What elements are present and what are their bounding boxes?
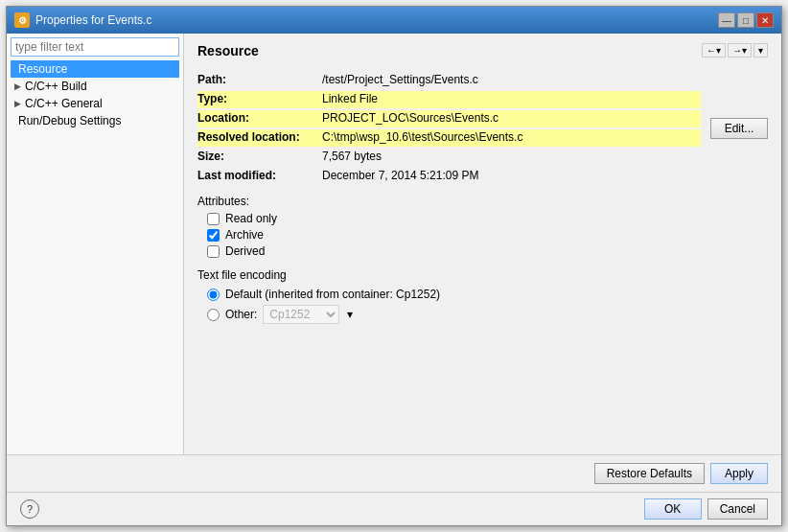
sidebar-item-label: Run/Debug Settings — [18, 114, 121, 127]
modified-row: Last modified: December 7, 2014 5:21:09 … — [197, 168, 701, 185]
nav-forward-button[interactable]: →▾ — [728, 43, 752, 58]
type-row: Type: Linked File — [197, 91, 701, 108]
modified-label: Last modified: — [197, 168, 322, 182]
type-label: Type: — [197, 91, 322, 105]
ok-button[interactable]: OK — [644, 498, 702, 520]
default-encoding-row: Default (inherited from container: Cp125… — [207, 288, 768, 301]
window-title: Properties for Events.c — [35, 13, 151, 27]
sidebar-item-cpp-general[interactable]: ▶ C/C++ General — [11, 95, 179, 112]
title-buttons: — □ ✕ — [718, 12, 774, 28]
other-encoding-row: Other: Cp1252 ▾ — [207, 305, 768, 324]
sidebar-item-run-debug[interactable]: Run/Debug Settings — [11, 112, 179, 129]
title-bar-left: ⚙ Properties for Events.c — [14, 12, 151, 28]
nav-menu-button[interactable]: ▾ — [753, 43, 768, 58]
size-label: Size: — [197, 149, 322, 163]
location-row: Location: PROJECT_LOC\Sources\Events.c — [197, 110, 701, 127]
main-panel: Resource ←▾ →▾ ▾ Path: /test/Project_Set… — [184, 34, 781, 454]
edit-button[interactable]: Edit... — [710, 118, 768, 139]
path-value: /test/Project_Settings/Events.c — [322, 72, 701, 86]
arrow-icon: ▶ — [14, 81, 21, 91]
footer-bar: ? OK Cancel — [7, 492, 781, 525]
encoding-select[interactable]: Cp1252 — [263, 305, 339, 324]
main-window: ⚙ Properties for Events.c — □ ✕ Resource… — [6, 6, 782, 526]
resolved-row: Resolved location: C:\tmp\wsp_10.6\test\… — [197, 129, 701, 147]
location-label: Location: — [197, 110, 322, 125]
type-value: Linked File — [322, 91, 701, 105]
arrow-icon: ▶ — [14, 99, 21, 108]
bottom-buttons: Restore Defaults Apply — [7, 454, 781, 492]
readonly-checkbox[interactable] — [207, 213, 220, 225]
help-icon[interactable]: ? — [20, 499, 39, 519]
window-icon: ⚙ — [14, 12, 30, 28]
filter-input[interactable] — [11, 37, 179, 57]
encoding-section: Text file encoding Default (inherited fr… — [197, 268, 768, 324]
derived-row: Derived — [207, 244, 768, 258]
title-bar: ⚙ Properties for Events.c — □ ✕ — [7, 7, 781, 34]
sidebar-item-label: Resource — [18, 62, 67, 76]
restore-defaults-button[interactable]: Restore Defaults — [594, 463, 705, 484]
attributes-title: Attributes: — [197, 195, 768, 208]
dropdown-arrow-icon: ▾ — [347, 308, 353, 321]
derived-label: Derived — [225, 244, 265, 258]
nav-back-button[interactable]: ←▾ — [702, 43, 726, 58]
path-label: Path: — [197, 72, 322, 86]
modified-value: December 7, 2014 5:21:09 PM — [322, 168, 701, 182]
sidebar: Resource ▶ C/C++ Build ▶ C/C++ General R… — [7, 34, 184, 454]
sidebar-item-label: C/C++ General — [25, 97, 103, 110]
encoding-title: Text file encoding — [197, 268, 768, 282]
edit-button-container: Edit... — [710, 118, 768, 139]
sidebar-item-label: C/C++ Build — [25, 80, 87, 93]
panel-title: Resource — [197, 43, 259, 58]
readonly-label: Read only — [225, 212, 277, 225]
content-area: Resource ▶ C/C++ Build ▶ C/C++ General R… — [7, 34, 781, 454]
cancel-button[interactable]: Cancel — [707, 498, 768, 520]
archive-label: Archive — [225, 228, 264, 242]
other-encoding-label: Other: — [225, 308, 257, 321]
attributes-section: Attributes: Read only Archive Derived — [197, 195, 768, 261]
archive-row: Archive — [207, 228, 768, 242]
location-value: PROJECT_LOC\Sources\Events.c — [322, 110, 701, 125]
apply-button[interactable]: Apply — [710, 463, 768, 484]
footer-buttons: OK Cancel — [644, 498, 768, 520]
info-block: Path: /test/Project_Settings/Events.c Ty… — [197, 72, 701, 187]
resolved-value: C:\tmp\wsp_10.6\test\Sources\Events.c — [322, 129, 701, 144]
path-row: Path: /test/Project_Settings/Events.c — [197, 72, 701, 89]
sidebar-item-cpp-build[interactable]: ▶ C/C++ Build — [11, 78, 179, 95]
size-row: Size: 7,567 bytes — [197, 149, 701, 166]
info-and-edit: Path: /test/Project_Settings/Events.c Ty… — [197, 72, 768, 187]
minimize-button[interactable]: — — [718, 12, 735, 28]
default-encoding-label: Default (inherited from container: Cp125… — [225, 288, 440, 301]
resolved-label: Resolved location: — [197, 129, 322, 144]
size-value: 7,567 bytes — [322, 149, 701, 163]
close-button[interactable]: ✕ — [756, 12, 774, 28]
other-encoding-radio[interactable] — [207, 309, 220, 321]
derived-checkbox[interactable] — [207, 245, 220, 258]
default-encoding-radio[interactable] — [207, 289, 220, 301]
archive-checkbox[interactable] — [207, 229, 220, 242]
sidebar-item-resource[interactable]: Resource — [11, 60, 179, 78]
nav-controls: ←▾ →▾ ▾ — [702, 43, 768, 58]
maximize-button[interactable]: □ — [737, 12, 754, 28]
readonly-row: Read only — [207, 212, 768, 225]
